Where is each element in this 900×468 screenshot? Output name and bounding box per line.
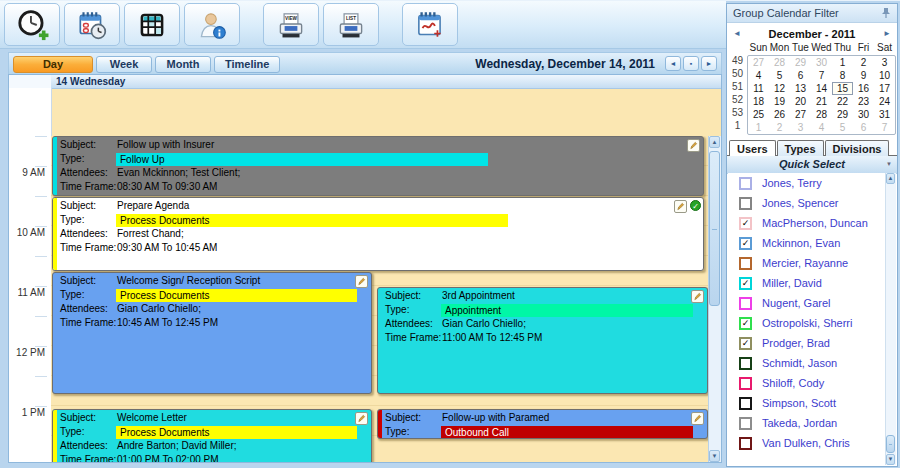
user-checkbox[interactable] [739, 297, 752, 310]
user-list-item[interactable]: ✓Prodger, Brad [728, 333, 896, 353]
prev-month-button[interactable]: ◄ [731, 29, 743, 38]
view-tab-timeline[interactable]: Timeline [214, 56, 280, 73]
calendar-day-cell[interactable]: 14 [811, 82, 832, 95]
user-checkbox[interactable] [739, 437, 752, 450]
calendar-day-cell[interactable]: 28 [769, 56, 790, 69]
edit-appointment-button[interactable] [674, 200, 687, 213]
next-day-button[interactable]: ► [701, 56, 717, 71]
calendar-day-cell[interactable]: 19 [769, 95, 790, 108]
calendar-day-cell[interactable]: 28 [811, 108, 832, 121]
user-checkbox[interactable]: ✓ [739, 337, 752, 350]
calendar-day-cell[interactable]: 26 [769, 108, 790, 121]
calendar-day-cell[interactable]: 27 [790, 108, 811, 121]
calendar-day-cell[interactable]: 29 [832, 108, 853, 121]
table-view-button[interactable] [124, 3, 180, 46]
appointment[interactable]: Subject:Welcome Sign/ Reception ScriptTy… [52, 272, 372, 394]
calendar-day-cell[interactable]: 6 [790, 69, 811, 82]
edit-appointment-button[interactable] [355, 412, 368, 425]
scroll-down-button[interactable]: ▼ [886, 454, 895, 465]
user-checkbox[interactable] [739, 357, 752, 370]
calendar-day-cell[interactable]: 8 [832, 69, 853, 82]
user-list-item[interactable]: ✓MacPherson, Duncan [728, 213, 896, 233]
scroll-up-button[interactable]: ▲ [709, 136, 720, 148]
calendar-day-cell[interactable]: 3 [874, 56, 895, 69]
calendar-day-cell[interactable]: 7 [874, 121, 895, 134]
calendar-day-cell[interactable]: 3 [790, 121, 811, 134]
calendar-day-cell[interactable]: 5 [769, 69, 790, 82]
edit-appointment-button[interactable] [355, 275, 368, 288]
user-checkbox[interactable]: ✓ [739, 217, 752, 230]
quick-select-bar[interactable]: Quick Select ▼ [727, 156, 897, 174]
calendar-day-cell[interactable]: 10 [874, 69, 895, 82]
pin-icon[interactable] [881, 7, 891, 19]
user-checkbox[interactable] [739, 417, 752, 430]
calendar-day-cell[interactable]: 29 [790, 56, 811, 69]
calendar-day-cell[interactable]: 1 [748, 121, 769, 134]
view-tab-day[interactable]: Day [13, 56, 93, 73]
calendar-day-cell[interactable]: 30 [853, 108, 874, 121]
user-list-item[interactable]: ✓Mckinnon, Evan [728, 233, 896, 253]
calendar-day-cell[interactable]: 4 [811, 121, 832, 134]
calendar-day-cell[interactable]: 9 [853, 69, 874, 82]
scroll-down-button[interactable]: ▼ [709, 450, 720, 462]
user-checkbox[interactable]: ✓ [739, 277, 752, 290]
calendar-day-cell[interactable]: 18 [748, 95, 769, 108]
user-list-item[interactable]: Van Dulken, Chris [728, 433, 896, 453]
user-list-item[interactable]: Shiloff, Cody [728, 373, 896, 393]
view-tab-month[interactable]: Month [155, 56, 211, 73]
edit-appointment-button[interactable] [691, 290, 704, 303]
calendar-day-cell[interactable]: 5 [832, 121, 853, 134]
appointment[interactable]: Subject:Follow up with InsurerType:Follo… [52, 136, 704, 196]
user-list-scrollbar[interactable]: ▲ ▼ [885, 173, 896, 465]
calendar-day-cell[interactable]: 25 [748, 108, 769, 121]
scheduler-button[interactable] [64, 3, 120, 46]
user-list-item[interactable]: Nugent, Garel [728, 293, 896, 313]
appointment[interactable]: Subject:Follow-up with ParamedType:Outbo… [377, 409, 708, 439]
user-checkbox[interactable] [739, 197, 752, 210]
calendar-day-cell[interactable]: 21 [811, 95, 832, 108]
calendar-day-cell[interactable]: 6 [853, 121, 874, 134]
calendar-day-cell[interactable]: 12 [769, 82, 790, 95]
calendar-day-cell[interactable]: 23 [853, 95, 874, 108]
today-button[interactable]: ▪ [683, 56, 699, 71]
calendar-day-cell[interactable]: 22 [832, 95, 853, 108]
calendar-day-cell[interactable]: 4 [748, 69, 769, 82]
calendar-day-cell[interactable]: 11 [748, 82, 769, 95]
user-checkbox[interactable]: ✓ [739, 317, 752, 330]
print-view-button[interactable]: VIEW [263, 3, 319, 46]
print-list-button[interactable]: LIST [323, 3, 379, 46]
view-tab-week[interactable]: Week [96, 56, 152, 73]
user-list-item[interactable]: Jones, Terry [728, 173, 896, 193]
user-checkbox[interactable]: ✓ [739, 237, 752, 250]
user-checkbox[interactable] [739, 377, 752, 390]
calendar-day-cell[interactable]: 27 [748, 56, 769, 69]
calendar-scrollbar[interactable]: ▲ ▼ [708, 136, 721, 462]
notes-calendar-button[interactable] [402, 3, 458, 46]
calendar-day-cell[interactable]: 30 [811, 56, 832, 69]
calendar-day-cell[interactable]: 20 [790, 95, 811, 108]
schedule-grid[interactable]: Subject:Follow up with InsurerType:Follo… [51, 136, 709, 462]
calendar-day-cell[interactable]: 31 [874, 108, 895, 121]
calendar-day-cell[interactable]: 16 [853, 82, 874, 95]
scrollbar-thumb[interactable] [709, 151, 720, 306]
user-checkbox[interactable] [739, 397, 752, 410]
calendar-day-cell[interactable]: 2 [769, 121, 790, 134]
user-list-item[interactable]: Simpson, Scott [728, 393, 896, 413]
scroll-up-button[interactable]: ▲ [886, 173, 895, 184]
user-list-item[interactable]: Mercier, Rayanne [728, 253, 896, 273]
next-month-button[interactable]: ► [881, 29, 893, 38]
appointment[interactable]: Subject:3rd AppointmentType:AppointmentA… [377, 287, 708, 394]
new-appointment-button[interactable] [4, 3, 60, 46]
calendar-day-cell[interactable]: 17 [874, 82, 895, 95]
prev-day-button[interactable]: ◄ [665, 56, 681, 71]
user-checkbox[interactable] [739, 177, 752, 190]
edit-appointment-button[interactable] [687, 139, 700, 152]
all-day-area[interactable] [51, 89, 721, 137]
appointment[interactable]: Subject:Prepare AgendaType:Process Docum… [52, 197, 704, 271]
calendar-day-cell[interactable]: 2 [853, 56, 874, 69]
contact-info-button[interactable] [184, 3, 240, 46]
user-list-item[interactable]: ✓Ostropolski, Sherri [728, 313, 896, 333]
calendar-day-cell[interactable]: 13 [790, 82, 811, 95]
edit-appointment-button[interactable] [691, 412, 704, 425]
calendar-day-cell[interactable]: 1 [832, 56, 853, 69]
